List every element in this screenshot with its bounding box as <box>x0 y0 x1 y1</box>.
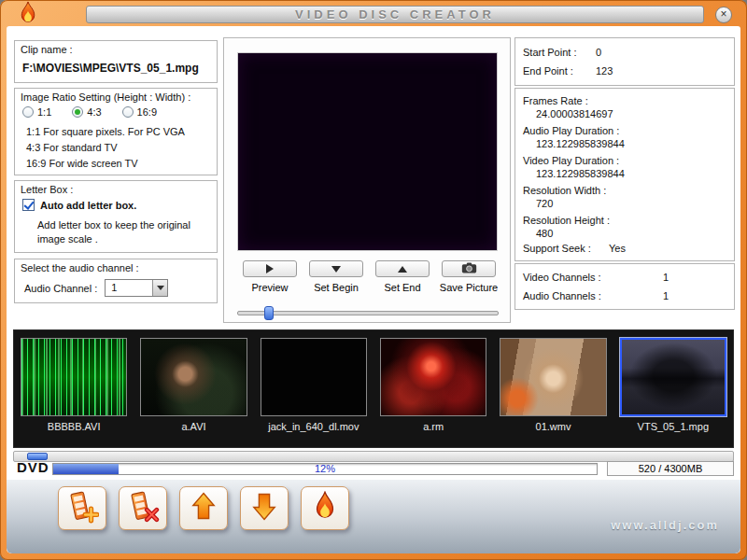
frames-rate-label: Frames Rate : <box>523 94 613 107</box>
image-ratio-group: Image Ratio Setting (Height : Width) : 1… <box>14 88 218 175</box>
frames-rate-value: 24.00003814697 <box>523 107 613 120</box>
ratio-option-1-1[interactable]: 1:1 <box>22 106 51 118</box>
clip-thumbnail-image <box>500 338 606 416</box>
audio-channels-row: Audio Channels : 1 <box>523 290 728 301</box>
burn-icon <box>311 491 339 526</box>
audio-duration-label: Audio Play Duration : <box>523 124 625 137</box>
remove-clip-icon <box>126 490 160 527</box>
add-clip-button[interactable] <box>58 486 106 530</box>
resolution-width-label: Resolution Width : <box>523 184 606 197</box>
audio-channels-value: 1 <box>663 290 669 301</box>
video-channels-row: Video Channels : 1 <box>523 272 728 283</box>
add-clip-icon <box>65 490 99 527</box>
ratio-option-label: 16:9 <box>137 106 157 118</box>
dvd-capacity-value: 520 / 4300MB <box>607 461 734 476</box>
clip-thumbnail[interactable]: a.rm <box>374 330 493 447</box>
save-picture-button-label: Save Picture <box>438 282 500 293</box>
audio-channel-value: 1 <box>106 280 152 296</box>
move-down-icon <box>251 491 277 525</box>
clip-filename: 01.wmv <box>500 421 606 432</box>
website-link[interactable]: www.alldj.com <box>611 518 719 532</box>
clip-thumbnail-image <box>140 338 247 416</box>
frames-rate-row: Frames Rate : 24.00003814697 <box>523 94 613 120</box>
video-duration-row: Video Play Duration : 123.122985839844 <box>523 154 625 180</box>
start-point-label: Start Point : <box>523 47 576 58</box>
ratio-option-16-9[interactable]: 16:9 <box>122 106 157 118</box>
video-duration-label: Video Play Duration : <box>523 154 625 167</box>
ratio-help-3: 16:9 For wide screen TV <box>26 158 138 169</box>
start-point-row: Start Point : 0 <box>523 47 728 58</box>
ratio-options: 1:1 4:3 16:9 <box>22 106 157 118</box>
camera-icon <box>461 260 477 277</box>
audio-group-label: Select the audio channel : <box>21 262 139 273</box>
clip-thumbnail[interactable]: BBBBB.AVI <box>14 330 134 447</box>
seek-slider-handle[interactable] <box>264 306 274 320</box>
clip-thumbnail-selected[interactable]: VTS_05_1.mpg <box>613 330 733 447</box>
play-icon <box>266 264 274 273</box>
image-ratio-label: Image Ratio Setting (Height : Width) : <box>21 91 190 103</box>
resolution-height-label: Resolution Height : <box>523 214 610 227</box>
ratio-option-4-3[interactable]: 4:3 <box>72 106 101 118</box>
seek-slider-track[interactable] <box>237 311 499 315</box>
end-point-row: End Point : 123 <box>523 65 728 77</box>
ratio-option-label: 4:3 <box>87 106 101 118</box>
audio-channel-group: Select the audio channel : Audio Channel… <box>14 259 218 303</box>
close-icon: × <box>720 7 726 21</box>
clip-list: BBBBB.AVI a.AVI jack_in_640_dl.mov a.rm … <box>13 329 734 448</box>
clip-thumbnail[interactable]: a.AVI <box>134 330 253 447</box>
clip-thumbnail-image <box>21 338 127 416</box>
ratio-option-label: 1:1 <box>37 106 51 118</box>
close-button[interactable]: × <box>715 7 732 23</box>
audio-channel-row: Audio Channel : 1 <box>24 279 168 297</box>
save-picture-control: Save Picture <box>438 260 500 293</box>
clip-thumbnail-image <box>261 338 367 416</box>
clip-filename: a.rm <box>380 421 486 432</box>
preview-control: Preview <box>239 260 301 293</box>
set-end-button[interactable] <box>375 260 430 277</box>
preview-panel: Preview Set Begin Set End <box>223 37 511 323</box>
dropdown-button[interactable] <box>152 280 167 296</box>
set-begin-button[interactable] <box>309 260 363 277</box>
preview-button[interactable] <box>243 260 297 277</box>
burn-button[interactable] <box>301 486 349 530</box>
clip-filename: BBBBB.AVI <box>21 421 127 432</box>
app-window: VIDEO DISC CREATOR × Clip name : F:\MOVI… <box>0 0 747 560</box>
clip-filename: VTS_05_1.mpg <box>620 421 726 432</box>
move-up-button[interactable] <box>179 486 228 530</box>
auto-letterbox-label: Auto add letter box. <box>40 200 136 211</box>
dvd-capacity-percent: 12% <box>53 464 597 474</box>
set-begin-button-label: Set Begin <box>305 282 367 293</box>
clip-thumbnail-image <box>620 338 726 416</box>
end-point-label: End Point : <box>523 65 573 77</box>
clip-thumbnail[interactable]: jack_in_640_dl.mov <box>254 330 374 447</box>
video-channels-label: Video Channels : <box>523 272 601 283</box>
resolution-height-row: Resolution Height : 480 <box>523 214 610 240</box>
clip-name-group: Clip name : F:\MOVIES\MPEG\VTS_05_1.mpg <box>14 40 218 83</box>
move-down-button[interactable] <box>240 486 289 530</box>
dvd-label: DVD <box>17 459 49 475</box>
window-title: VIDEO DISC CREATOR <box>87 7 703 22</box>
preview-button-label: Preview <box>239 282 301 293</box>
ratio-help-2: 4:3 For standard TV <box>26 142 118 153</box>
clip-thumbnail[interactable]: 01.wmv <box>493 330 613 447</box>
title-bar: VIDEO DISC CREATOR <box>86 6 704 23</box>
resolution-height-value: 480 <box>523 227 610 240</box>
dvd-capacity-bar: 12% <box>52 463 598 475</box>
audio-channels-label: Audio Channels : <box>523 290 601 301</box>
remove-clip-button[interactable] <box>119 486 167 530</box>
audio-channel-select[interactable]: 1 <box>105 279 168 297</box>
clip-thumbnail-image <box>380 338 486 416</box>
audio-duration-row: Audio Play Duration : 123.122985839844 <box>523 124 625 150</box>
save-picture-button[interactable] <box>442 260 496 277</box>
video-duration-value: 123.122985839844 <box>523 167 625 180</box>
set-end-control: Set End <box>372 260 433 293</box>
clip-filename: jack_in_640_dl.mov <box>261 421 367 432</box>
letter-box-group: Letter Box : Auto add letter box. Add le… <box>14 180 218 253</box>
support-seek-row: Support Seek : Yes <box>523 243 728 254</box>
clip-filename: a.AVI <box>140 421 247 432</box>
set-end-button-label: Set End <box>372 282 433 293</box>
start-point-value: 0 <box>596 47 601 58</box>
ratio-help-1: 1:1 For square pixels. For PC VGA <box>26 126 185 137</box>
move-up-icon <box>190 491 217 525</box>
auto-letterbox-option[interactable]: Auto add letter box. <box>22 199 136 211</box>
